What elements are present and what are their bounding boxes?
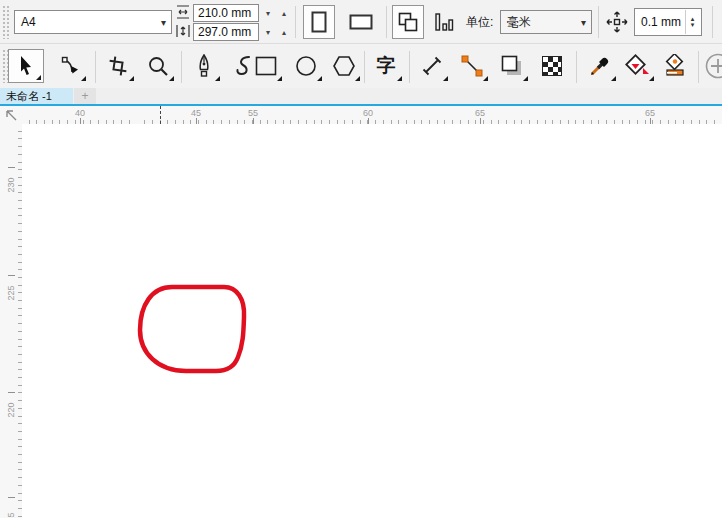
pen-nib-icon [195,54,213,78]
ruler-label: 55 [248,108,258,118]
landscape-orientation-button[interactable] [343,5,379,39]
units-dropdown[interactable]: 毫米 ▾ [500,10,592,34]
quick-customize-button[interactable] [703,49,722,83]
apply-size-current-page-button[interactable] [428,5,460,39]
crop-tool-button[interactable] [100,49,136,83]
rectangle-icon [255,56,277,76]
rectangle-tool-button[interactable] [248,49,284,83]
fill-bucket-icon [625,54,651,78]
toolbar-drag-grip[interactable] [2,5,9,39]
nudge-distance-input[interactable]: 0.1 mm ▴ ▾ [634,8,702,36]
transparency-tool-button[interactable] [534,49,570,83]
toolbox: 字 [0,45,722,88]
spin-down-icon[interactable]: ▾ [266,9,270,18]
page-height-value: 297.0 mm [198,25,251,39]
document-tab-title: 未命名 -1 [6,89,52,104]
crop-icon [108,56,128,76]
ruler-label: 60 [363,108,373,118]
ruler-label: 220 [6,400,16,420]
smart-fill-tool-button[interactable] [658,49,694,83]
drop-shadow-icon [501,55,523,77]
polygon-icon [332,55,356,77]
apply-size-all-pages-button[interactable] [392,5,424,39]
dimension-tool-button[interactable] [414,49,450,83]
separator [712,6,713,38]
units-label: 单位: [466,14,493,31]
pick-tool-button[interactable] [8,49,44,83]
separator [409,51,410,83]
ruler-label: 5 [6,505,16,518]
separator [576,51,577,83]
spin-up-icon[interactable]: ▴ [282,28,286,37]
spin-down-icon[interactable]: ▾ [691,22,695,28]
ruler-label: 45 [191,108,201,118]
separator [181,51,182,83]
page-size-preset-value: A4 [21,15,36,29]
drawing-canvas[interactable] [22,124,722,518]
pen-tool-button[interactable] [186,49,222,83]
eyedropper-tool-button[interactable] [582,49,618,83]
connector-tool-button[interactable] [454,49,490,83]
text-tool-button[interactable]: 字 [368,49,404,83]
separator [295,6,296,38]
plus-icon: + [81,89,88,103]
nudge-spin-buttons[interactable]: ▴ ▾ [685,10,699,34]
ruler-origin-icon [4,108,18,122]
property-bar: A4 ▾ 210.0 mm ▾ ▴ 297.0 mm ▾ ▴ [0,0,722,44]
document-tab-bar: 未命名 -1 + [0,88,722,104]
page-height-icon [176,24,190,38]
separator [698,51,699,83]
checkerboard-icon [542,56,562,76]
app-window: A4 ▾ 210.0 mm ▾ ▴ 297.0 mm ▾ ▴ [0,0,722,518]
page-height-input[interactable]: 297.0 mm [193,23,259,41]
page-size-preset-dropdown[interactable]: A4 ▾ [14,10,172,34]
ellipse-icon [295,55,317,77]
units-value: 毫米 [507,14,531,31]
new-document-tab-button[interactable]: + [74,88,96,104]
separator [95,51,96,83]
ruler-origin-corner[interactable] [0,106,22,124]
canvas-drawing [22,124,722,518]
document-tab-active[interactable]: 未命名 -1 [0,88,73,104]
page-width-value: 210.0 mm [198,6,251,20]
connector-line-icon [461,55,483,77]
pick-cursor-icon [16,55,36,77]
polygon-tool-button[interactable] [326,49,362,83]
separator [364,51,365,83]
interactive-fill-tool-button[interactable] [620,49,656,83]
eyedropper-icon [589,55,611,77]
vertical-ruler[interactable]: 230 225 220 5 [0,124,22,518]
nudge-distance-value: 0.1 mm [641,15,681,29]
nudge-offset-icon [606,11,628,33]
smart-fill-icon [664,54,688,78]
page-height-spin-buttons[interactable]: ▾ ▴ [263,23,289,41]
spin-down-icon[interactable]: ▾ [266,28,270,37]
horizontal-ruler[interactable]: 40 45 55 60 65 65 [0,106,722,124]
dimension-line-icon [422,56,442,76]
page-width-icon [176,5,190,19]
ruler-cursor-marker [160,106,161,124]
zoom-tool-button[interactable] [140,49,176,83]
chevron-down-icon: ▾ [161,17,166,28]
page-width-input[interactable]: 210.0 mm [193,4,259,22]
magnifier-icon [148,56,169,77]
portrait-orientation-button[interactable] [303,5,335,39]
shape-edit-icon [59,55,81,77]
page-width-spin-buttons[interactable]: ▾ ▴ [263,4,289,22]
ruler-label: 40 [75,108,85,118]
shape-tool-button[interactable] [52,49,88,83]
separator [598,6,599,38]
red-rounded-shape[interactable] [140,287,244,371]
plus-circle-icon [705,53,722,79]
text-tool-glyph: 字 [377,53,396,79]
ruler-label: 65 [475,108,485,118]
drop-shadow-tool-button[interactable] [494,49,530,83]
spin-up-icon[interactable]: ▴ [282,9,286,18]
chevron-down-icon: ▾ [581,17,586,28]
ruler-label: 65 [645,108,655,118]
separator [386,6,387,38]
ellipse-tool-button[interactable] [288,49,324,83]
ruler-label: 230 [6,175,16,195]
ruler-label: 225 [6,283,16,303]
